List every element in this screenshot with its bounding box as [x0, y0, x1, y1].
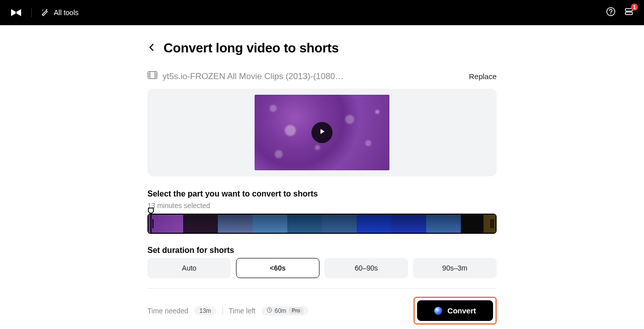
video-thumbnail[interactable] — [255, 95, 389, 170]
timeline-frame — [218, 215, 253, 233]
svg-point-1 — [610, 14, 611, 15]
inbox-button[interactable]: 1 — [624, 7, 634, 19]
playhead[interactable] — [147, 208, 154, 215]
main-content: Convert long video to shorts yt5s.io-FRO… — [147, 25, 497, 324]
pro-badge: Pro — [289, 307, 303, 314]
duration-section-title: Set duration for shorts — [147, 246, 497, 255]
select-section-title: Select the part you want to convert to s… — [147, 189, 497, 199]
selected-duration-text: 13 minutes selected — [147, 202, 497, 210]
timeline-frame — [253, 215, 287, 233]
app-logo[interactable] — [10, 8, 22, 18]
title-row: Convert long video to shorts — [147, 40, 497, 56]
divider — [222, 307, 223, 315]
header-right: 1 — [606, 7, 634, 19]
time-info: Time needed 13m Time left 60m Pro — [147, 306, 308, 315]
all-tools-button[interactable]: All tools — [41, 8, 78, 18]
play-icon — [318, 127, 326, 138]
convert-label: Convert — [447, 306, 476, 315]
time-left-value: 60m — [275, 307, 286, 314]
duration-option-60s[interactable]: <60s — [236, 258, 319, 278]
time-left-label: Time left — [229, 307, 256, 315]
duration-options: Auto <60s 60–90s 90s–3m — [147, 258, 497, 278]
timeline-frame — [391, 215, 426, 233]
page-title: Convert long video to shorts — [164, 40, 339, 56]
bottom-row: Time needed 13m Time left 60m Pro Conver… — [147, 297, 497, 324]
play-button[interactable] — [311, 122, 333, 143]
convert-highlight: Convert — [414, 297, 497, 324]
convert-button[interactable]: Convert — [417, 300, 493, 321]
notification-badge: 1 — [631, 4, 638, 11]
duration-option-auto[interactable]: Auto — [147, 258, 231, 278]
help-button[interactable] — [606, 7, 616, 19]
video-file-icon — [147, 71, 157, 82]
svg-rect-3 — [625, 12, 632, 15]
file-info: yt5s.io-FROZEN All Movie Clips (2013)-(1… — [147, 71, 344, 82]
back-button[interactable] — [147, 43, 156, 54]
timeline-track[interactable] — [147, 214, 497, 234]
ai-orb-icon — [434, 307, 442, 315]
header-left: All tools — [10, 8, 78, 18]
help-icon — [606, 7, 616, 19]
magic-wand-icon — [41, 8, 49, 18]
duration-option-90s-3m[interactable]: 90s–3m — [413, 258, 497, 278]
time-left-pill: 60m Pro — [262, 306, 308, 315]
time-needed-pill: 13m — [194, 306, 216, 315]
replace-button[interactable]: Replace — [469, 72, 497, 81]
divider — [31, 8, 32, 17]
file-name: yt5s.io-FROZEN All Movie Clips (2013)-(1… — [163, 72, 344, 82]
clock-icon — [267, 307, 272, 314]
timeline-frame — [426, 215, 461, 233]
chevron-left-icon — [147, 43, 156, 54]
timeline-frame — [287, 215, 322, 233]
all-tools-label: All tools — [54, 9, 78, 17]
timeline-frame — [183, 215, 218, 233]
app-header: All tools 1 — [0, 0, 644, 25]
timeline-frame — [357, 215, 391, 233]
file-row: yt5s.io-FROZEN All Movie Clips (2013)-(1… — [147, 71, 497, 82]
trim-handle-right[interactable] — [490, 215, 495, 233]
video-preview — [147, 89, 497, 176]
timeline-frame — [322, 215, 357, 233]
time-needed-label: Time needed — [147, 307, 188, 315]
duration-option-60-90s[interactable]: 60–90s — [325, 258, 408, 278]
divider — [147, 288, 497, 289]
timeline[interactable] — [147, 214, 497, 234]
